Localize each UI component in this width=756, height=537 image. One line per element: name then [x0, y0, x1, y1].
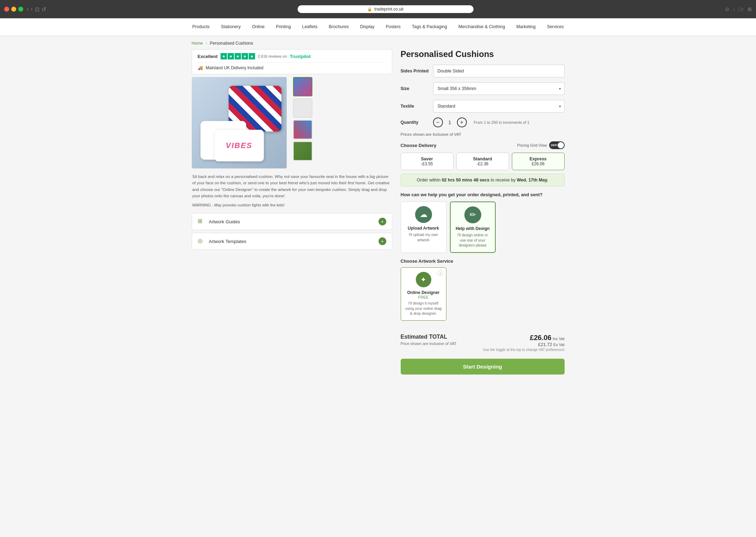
back-icon[interactable]: ‹ [27, 6, 28, 13]
address-bar[interactable]: 🔒 tradeprint.co.uk [298, 5, 474, 13]
standard-price: -£2.36 [460, 161, 505, 166]
delivery-icon: 🚚 [198, 65, 203, 70]
right-column: Personalised Cushions Sides Printed Doub… [401, 49, 565, 375]
breadcrumb: Home › Personalised Cushions [192, 36, 565, 49]
size-row: Size Small 356 x 356mm Medium 406 x 406m… [401, 82, 565, 95]
pricing-grid-toggle-button[interactable]: OFF [549, 141, 565, 149]
url-text: tradeprint.co.uk [374, 7, 404, 12]
sides-printed-value: Double Sided [433, 65, 565, 77]
tabs-icon[interactable]: ⊞ [748, 6, 752, 12]
trustpilot-stars: ★ ★ ★ ★ ★ [221, 53, 255, 59]
saver-price: -£3.55 [405, 161, 450, 166]
quantity-value: 1 [446, 120, 453, 125]
nav-item-tags[interactable]: Tags & Packaging [406, 19, 453, 35]
total-left: Estimated TOTAL Price shown are inclusiv… [401, 334, 457, 346]
nav-item-products[interactable]: Products [187, 19, 215, 35]
artwork-guides-plus-icon[interactable]: + [379, 218, 386, 225]
quantity-increase-button[interactable]: + [457, 117, 467, 127]
delivery-bar: 🚚 Mainland UK Delivery Included [198, 62, 386, 70]
nav-item-posters[interactable]: Posters [380, 19, 406, 35]
artwork-templates-expandable[interactable]: ◎ Artwork Templates + [192, 233, 392, 250]
quantity-decrease-button[interactable]: − [433, 117, 443, 127]
delivery-options: Saver -£3.55 Standard -£2.36 Express £26… [401, 153, 565, 170]
textile-select-wrapper: Standard Premium ▾ [433, 100, 565, 113]
traffic-lights [4, 7, 23, 12]
design-pencil-icon: ✏ [470, 210, 476, 219]
nav-item-brochures[interactable]: Brochures [323, 19, 354, 35]
sides-printed-row: Sides Printed Double Sided [401, 65, 565, 77]
nav-item-online[interactable]: Online [246, 19, 270, 35]
nav-item-merchandise[interactable]: Merchandise & Clothing [453, 19, 511, 35]
star-5: ★ [249, 53, 255, 59]
artwork-guides-expandable[interactable]: ⊞ Artwork Guides + [192, 213, 392, 230]
online-designer-desc: I'll design it myself using your online … [405, 301, 442, 316]
size-select-wrapper: Small 356 x 356mm Medium 406 x 406mm Lar… [433, 82, 565, 95]
delivery-option-express[interactable]: Express £26.06 [512, 153, 565, 170]
thumbnail-2[interactable] [293, 98, 312, 118]
total-inc-label: Inc Vat [553, 337, 564, 341]
tab-icon[interactable]: ⊡ [35, 6, 39, 13]
start-designing-button[interactable]: Start Designing [401, 359, 565, 375]
breadcrumb-separator: › [206, 41, 207, 46]
toggle-knob [558, 142, 564, 148]
artwork-option-online[interactable]: i ✦ Online Designer FREE I'll design it … [401, 267, 446, 321]
delivery-section-header: Choose Delivery Pricing Grid View OFF [401, 141, 565, 149]
saver-name: Saver [405, 156, 450, 161]
nav-item-leaflets[interactable]: Leaflets [297, 19, 323, 35]
download-icon[interactable]: ↓ [733, 6, 735, 12]
product-title: Personalised Cushions [401, 49, 565, 59]
nav-item-stationery[interactable]: Stationery [215, 19, 246, 35]
artwork-templates-plus-icon[interactable]: + [379, 237, 386, 245]
nav-item-services[interactable]: Services [541, 19, 570, 35]
breadcrumb-home[interactable]: Home [192, 41, 203, 46]
help-design-title: Help with Design [455, 226, 491, 231]
size-label: Size [401, 86, 429, 91]
thumb-inner-4 [294, 142, 312, 160]
trustpilot-bar: Excellent ★ ★ ★ ★ ★ 2,616 reviews on Tru… [192, 49, 392, 74]
share-icon[interactable]: □↑ [739, 6, 744, 12]
trustpilot-top: Excellent ★ ★ ★ ★ ★ 2,616 reviews on Tru… [198, 53, 386, 59]
help-design-desc: I'll design online or use one of your de… [455, 232, 491, 248]
thumbnail-1[interactable] [293, 77, 312, 96]
artwork-info-icon[interactable]: i [438, 270, 443, 276]
total-ex-label: Ex Vat [553, 343, 565, 347]
thumbnail-4[interactable] [293, 141, 312, 161]
maximize-button[interactable] [18, 7, 23, 12]
refresh-icon[interactable]: ↺ [42, 6, 46, 13]
trustpilot-review-count: 2,616 reviews on [258, 54, 287, 58]
help-option-design[interactable]: ✏ Help with Design I'll design online or… [450, 202, 496, 253]
designer-star-icon: ✦ [420, 275, 426, 284]
standard-name: Standard [460, 156, 505, 161]
pricing-grid-toggle: Pricing Grid View OFF [517, 141, 564, 149]
textile-select[interactable]: Standard Premium [433, 100, 565, 113]
express-price: £26.06 [516, 161, 561, 166]
thumbnail-3[interactable] [293, 120, 312, 139]
quantity-info: From 1 to 250 in increments of 1 [474, 120, 529, 124]
upload-artwork-icon-circle: ☁ [415, 206, 432, 223]
nav-item-display[interactable]: Display [354, 19, 380, 35]
textile-row: Textile Standard Premium ▾ [401, 100, 565, 113]
star-3: ★ [235, 53, 241, 59]
star-1: ★ [221, 53, 227, 59]
browser-chrome: ‹ › ⊡ ↺ 🔒 tradeprint.co.uk ⊙ ↓ □↑ ⊞ [0, 0, 756, 18]
express-name: Express [516, 156, 561, 161]
content-area: Home › Personalised Cushions Excellent ★… [185, 36, 572, 375]
delivery-option-saver[interactable]: Saver -£3.55 [401, 153, 453, 170]
minimize-button[interactable] [11, 7, 16, 12]
pricing-grid-label: Pricing Grid View [517, 143, 547, 147]
history-icon[interactable]: ⊙ [725, 6, 729, 12]
upload-cloud-icon: ☁ [420, 210, 427, 219]
nav-items-list: Products Stationery Online Printing Leaf… [187, 19, 570, 35]
help-option-upload[interactable]: ☁ Upload Artwork I'll upload my own artw… [401, 202, 446, 253]
star-2: ★ [228, 53, 234, 59]
quantity-control: − 1 + From 1 to 250 in increments of 1 [433, 117, 529, 127]
quantity-label: Quantity [401, 120, 429, 125]
size-select[interactable]: Small 356 x 356mm Medium 406 x 406mm Lar… [433, 82, 565, 95]
nav-item-marketing[interactable]: Marketing [511, 19, 541, 35]
close-button[interactable] [4, 7, 9, 12]
artwork-templates-label: Artwork Templates [209, 239, 247, 244]
nav-item-printing[interactable]: Printing [270, 19, 296, 35]
cushion-display: OCEANSURF VIBES [197, 82, 281, 163]
delivery-option-standard[interactable]: Standard -£2.36 [456, 153, 509, 170]
forward-icon[interactable]: › [31, 6, 32, 13]
